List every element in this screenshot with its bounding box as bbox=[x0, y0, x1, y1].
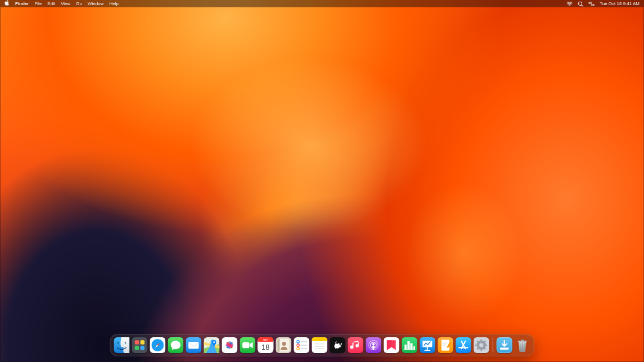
svg-point-8 bbox=[117, 342, 119, 343]
svg-point-45 bbox=[282, 342, 286, 346]
svg-rect-51 bbox=[301, 345, 307, 346]
svg-rect-98 bbox=[500, 347, 509, 350]
desktop-wallpaper bbox=[0, 0, 644, 362]
svg-rect-55 bbox=[312, 340, 328, 341]
menu-go[interactable]: Go bbox=[76, 0, 82, 7]
svg-point-25 bbox=[213, 341, 215, 343]
svg-text:OCT: OCT bbox=[263, 338, 268, 341]
svg-point-88 bbox=[479, 343, 483, 347]
svg-rect-13 bbox=[135, 346, 139, 350]
dock-app-reminders[interactable] bbox=[294, 337, 310, 353]
menu-edit[interactable]: Edit bbox=[47, 0, 55, 7]
menubar: Finder File Edit View Go Window Help Tue… bbox=[0, 0, 644, 7]
spotlight-search-icon[interactable] bbox=[578, 1, 583, 7]
svg-point-0 bbox=[569, 5, 570, 6]
menu-help[interactable]: Help bbox=[109, 0, 118, 7]
dock-app-appstore[interactable] bbox=[456, 337, 471, 353]
svg-rect-44 bbox=[278, 339, 280, 352]
dock-app-tv[interactable] bbox=[330, 337, 346, 353]
svg-text:18: 18 bbox=[261, 343, 270, 351]
svg-rect-75 bbox=[424, 350, 430, 351]
apple-menu[interactable] bbox=[4, 0, 10, 7]
svg-rect-90 bbox=[480, 349, 482, 351]
wifi-icon[interactable] bbox=[566, 2, 573, 6]
svg-point-4 bbox=[589, 2, 590, 3]
svg-rect-22 bbox=[188, 342, 198, 349]
dock-app-keynote[interactable] bbox=[420, 337, 436, 353]
dock-app-contacts[interactable] bbox=[276, 337, 292, 353]
menu-view[interactable]: View bbox=[61, 0, 70, 7]
svg-rect-92 bbox=[486, 345, 488, 346]
svg-rect-67 bbox=[405, 345, 407, 349]
svg-rect-70 bbox=[414, 346, 415, 349]
dock-app-notes[interactable] bbox=[312, 337, 328, 353]
svg-rect-50 bbox=[301, 341, 307, 342]
menu-window[interactable]: Window bbox=[88, 0, 103, 7]
svg-rect-68 bbox=[407, 341, 410, 349]
dock-trash[interactable] bbox=[515, 337, 530, 353]
svg-rect-14 bbox=[140, 346, 144, 350]
dock-app-music[interactable] bbox=[348, 337, 364, 353]
svg-rect-10 bbox=[132, 337, 148, 353]
menubar-datetime[interactable]: Tue Oct 18 9:41 AM bbox=[600, 0, 640, 7]
svg-rect-60 bbox=[348, 337, 364, 353]
control-center-icon[interactable] bbox=[588, 2, 595, 6]
menu-file[interactable]: File bbox=[34, 0, 42, 7]
dock-app-mail[interactable] bbox=[186, 337, 202, 353]
dock-app-finder[interactable] bbox=[114, 337, 130, 353]
dock-app-pages[interactable] bbox=[438, 337, 453, 353]
dock-app-news[interactable] bbox=[384, 337, 400, 353]
dock-app-podcasts[interactable] bbox=[366, 337, 382, 353]
svg-rect-52 bbox=[301, 348, 307, 349]
dock: OCT18 bbox=[110, 334, 534, 356]
dock-app-numbers[interactable] bbox=[402, 337, 418, 353]
svg-rect-99 bbox=[518, 341, 527, 342]
svg-point-6 bbox=[593, 4, 594, 6]
dock-app-messages[interactable] bbox=[168, 337, 184, 353]
svg-point-9 bbox=[125, 342, 126, 343]
svg-rect-69 bbox=[410, 343, 412, 350]
svg-rect-100 bbox=[521, 340, 524, 341]
dock-app-photos[interactable] bbox=[222, 337, 238, 353]
dock-separator bbox=[493, 338, 493, 352]
svg-rect-36 bbox=[242, 342, 249, 349]
svg-point-64 bbox=[372, 343, 374, 345]
dock-app-calendar[interactable]: OCT18 bbox=[258, 337, 274, 353]
menubar-app-name[interactable]: Finder bbox=[15, 0, 29, 7]
dock-app-system-settings[interactable] bbox=[474, 337, 489, 353]
svg-rect-74 bbox=[427, 347, 428, 350]
svg-rect-71 bbox=[404, 349, 415, 350]
dock-app-safari[interactable] bbox=[150, 337, 166, 353]
dock-app-launchpad[interactable] bbox=[132, 337, 148, 353]
dock-downloads[interactable] bbox=[497, 337, 513, 353]
svg-rect-12 bbox=[140, 340, 144, 344]
svg-rect-89 bbox=[480, 340, 482, 342]
svg-line-2 bbox=[582, 4, 583, 6]
dock-app-maps[interactable] bbox=[204, 337, 220, 353]
svg-rect-91 bbox=[475, 345, 478, 346]
dock-app-facetime[interactable] bbox=[240, 337, 256, 353]
svg-rect-11 bbox=[135, 340, 139, 344]
